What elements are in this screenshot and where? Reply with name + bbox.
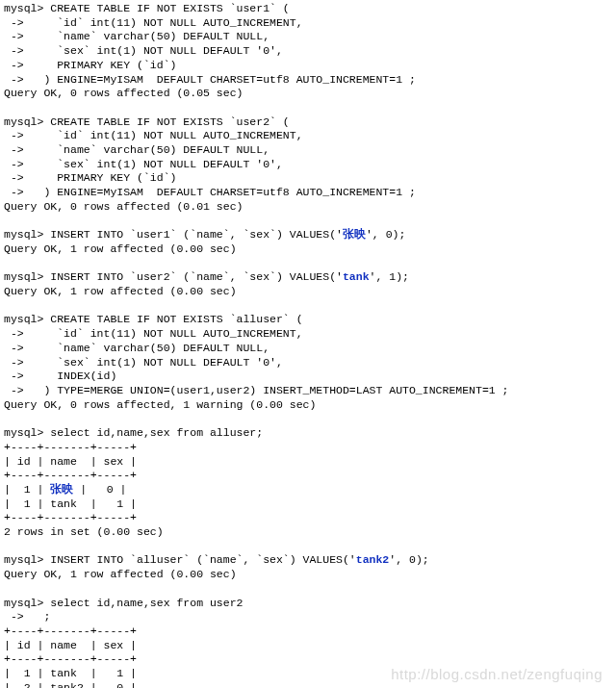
table-separator: +----+-------+-----+	[4, 652, 616, 667]
sql-continuation-line: -> PRIMARY KEY (`id`)	[4, 59, 616, 73]
query-result-line: Query OK, 0 rows affected, 1 warning (0.…	[4, 398, 616, 413]
sql-continuation-line: -> ) ENGINE=MyISAM DEFAULT CHARSET=utf8 …	[4, 73, 616, 88]
sql-prompt-line: mysql> select id,name,sex from user2	[4, 597, 616, 611]
sql-continuation-line: -> PRIMARY KEY (`id`)	[4, 171, 616, 186]
sql-prompt-line: mysql> CREATE TABLE IF NOT EXISTS `user1…	[4, 2, 616, 16]
blank-line	[4, 582, 616, 597]
mysql-terminal-output: mysql> CREATE TABLE IF NOT EXISTS `user1…	[0, 0, 616, 688]
sql-continuation-line: -> `id` int(11) NOT NULL AUTO_INCREMENT,	[4, 16, 616, 31]
table-separator: +----+-------+-----+	[4, 511, 616, 525]
highlighted-value: tank	[343, 270, 370, 283]
table-row: | 1 | tank | 1 |	[4, 497, 616, 512]
sql-continuation-line: -> `id` int(11) NOT NULL AUTO_INCREMENT,	[4, 327, 616, 342]
table-separator: +----+-------+-----+	[4, 441, 616, 455]
sql-continuation-line: -> `name` varchar(50) DEFAULT NULL,	[4, 342, 616, 356]
blank-line	[4, 215, 616, 229]
sql-continuation-line: -> `name` varchar(50) DEFAULT NULL,	[4, 143, 616, 158]
sql-continuation-line: -> ) ENGINE=MyISAM DEFAULT CHARSET=utf8 …	[4, 186, 616, 200]
sql-continuation-line: -> `sex` int(1) NOT NULL DEFAULT '0',	[4, 356, 616, 370]
sql-prompt-line: mysql> CREATE TABLE IF NOT EXISTS `user2…	[4, 115, 616, 130]
table-header: | id | name | sex |	[4, 639, 616, 653]
sql-insert-line: mysql> INSERT INTO `user1` (`name`, `sex…	[4, 228, 616, 242]
query-result-line: Query OK, 0 rows affected (0.01 sec)	[4, 200, 616, 215]
table-row: | 2 | tank2 | 0 |	[4, 681, 616, 688]
sql-continuation-line: -> `sex` int(1) NOT NULL DEFAULT '0',	[4, 44, 616, 59]
blank-line	[4, 540, 616, 554]
sql-continuation-line: -> ) TYPE=MERGE UNION=(user1,user2) INSE…	[4, 384, 616, 398]
blank-line	[4, 299, 616, 314]
highlighted-value: 张映	[343, 228, 366, 241]
sql-prompt-line: mysql> select id,name,sex from alluser;	[4, 426, 616, 441]
blank-line	[4, 412, 616, 426]
table-row: | 1 | tank | 1 |	[4, 667, 616, 681]
blank-line	[4, 257, 616, 271]
sql-continuation-line: -> ;	[4, 610, 616, 624]
query-result-line: Query OK, 1 row affected (0.00 sec)	[4, 568, 616, 582]
highlighted-value: tank2	[356, 553, 390, 566]
table-separator: +----+-------+-----+	[4, 624, 616, 639]
sql-continuation-line: -> INDEX(id)	[4, 369, 616, 384]
sql-continuation-line: -> `id` int(11) NOT NULL AUTO_INCREMENT,	[4, 129, 616, 143]
table-header: | id | name | sex |	[4, 455, 616, 470]
sql-insert-line: mysql> INSERT INTO `user2` (`name`, `sex…	[4, 270, 616, 285]
highlighted-value: 张映	[50, 483, 73, 496]
sql-continuation-line: -> `name` varchar(50) DEFAULT NULL,	[4, 30, 616, 44]
sql-insert-line: mysql> INSERT INTO `alluser` (`name`, `s…	[4, 553, 616, 568]
sql-continuation-line: -> `sex` int(1) NOT NULL DEFAULT '0',	[4, 158, 616, 172]
sql-prompt-line: mysql> CREATE TABLE IF NOT EXISTS `allus…	[4, 313, 616, 327]
query-result-line: Query OK, 1 row affected (0.00 sec)	[4, 285, 616, 299]
table-row: | 1 | 张映 | 0 |	[4, 483, 616, 497]
query-result-line: Query OK, 0 rows affected (0.05 sec)	[4, 87, 616, 101]
table-separator: +----+-------+-----+	[4, 469, 616, 483]
query-result-line: 2 rows in set (0.00 sec)	[4, 525, 616, 540]
query-result-line: Query OK, 1 row affected (0.00 sec)	[4, 242, 616, 257]
blank-line	[4, 101, 616, 115]
